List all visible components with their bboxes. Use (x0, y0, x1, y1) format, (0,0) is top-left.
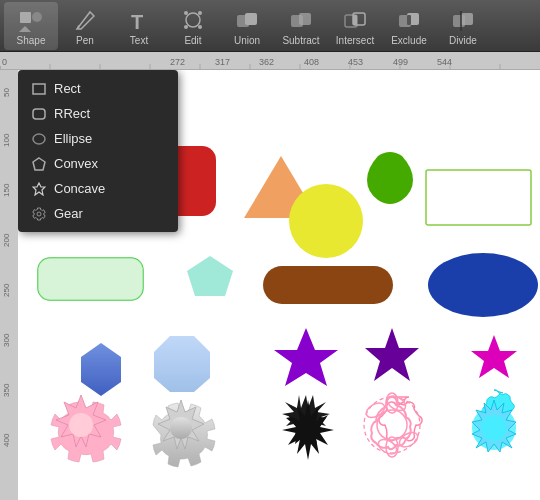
svg-marker-68 (274, 328, 338, 386)
svg-rect-0 (20, 12, 31, 23)
svg-marker-54 (33, 158, 45, 170)
svg-text:200: 200 (2, 233, 11, 247)
dropdown-item-rect[interactable]: Rect (18, 76, 178, 101)
svg-rect-60 (426, 170, 531, 225)
main-canvas: Rect RRect Ellipse (18, 70, 540, 500)
svg-point-6 (198, 11, 202, 15)
subtract-icon (287, 6, 315, 34)
svg-text:362: 362 (259, 57, 274, 67)
svg-rect-64 (263, 266, 393, 304)
svg-point-76 (170, 417, 192, 439)
svg-point-7 (184, 25, 188, 29)
ellipse-label: Ellipse (54, 131, 92, 146)
svg-text:317: 317 (215, 57, 230, 67)
svg-marker-69 (365, 328, 419, 381)
rect-shape-icon (32, 82, 46, 96)
tool-shape[interactable]: Shape (4, 2, 58, 50)
edit-icon (179, 6, 207, 34)
svg-point-4 (186, 13, 200, 27)
tool-divide[interactable]: Divide (436, 2, 490, 50)
svg-text:150: 150 (2, 183, 11, 197)
svg-marker-67 (154, 336, 210, 392)
pen-icon (71, 6, 99, 34)
svg-text:499: 499 (393, 57, 408, 67)
tool-subtract[interactable]: Subtract (274, 2, 328, 50)
tool-intersect[interactable]: Intersect (328, 2, 382, 50)
shape-icon (17, 6, 45, 34)
rect-label: Rect (54, 81, 81, 96)
svg-text:100: 100 (2, 133, 11, 147)
svg-text:300: 300 (2, 333, 11, 347)
svg-rect-12 (299, 13, 311, 25)
tool-pen[interactable]: Pen (58, 2, 112, 50)
svg-point-79 (397, 429, 420, 449)
svg-text:T: T (131, 11, 143, 33)
svg-marker-70 (471, 335, 517, 378)
gear-shape-icon (32, 207, 46, 221)
divide-label: Divide (449, 35, 477, 46)
left-ruler: 50 100 150 200 250 300 350 400 (0, 70, 18, 500)
pen-label: Pen (76, 35, 94, 46)
svg-rect-62 (38, 258, 143, 300)
exclude-label: Exclude (391, 35, 427, 46)
dropdown-item-convex[interactable]: Convex (18, 151, 178, 176)
svg-point-59 (289, 184, 363, 258)
svg-text:272: 272 (170, 57, 185, 67)
rrect-label: RRect (54, 106, 90, 121)
svg-marker-2 (19, 26, 31, 32)
shape-dropdown: Rect RRect Ellipse (18, 70, 178, 232)
svg-text:408: 408 (304, 57, 319, 67)
convex-label: Convex (54, 156, 98, 171)
tool-exclude[interactable]: Exclude (382, 2, 436, 50)
union-label: Union (234, 35, 260, 46)
shape-label: Shape (17, 35, 46, 46)
svg-text:0: 0 (2, 57, 7, 67)
svg-rect-10 (245, 13, 257, 25)
svg-text:250: 250 (2, 283, 11, 297)
intersect-label: Intersect (336, 35, 374, 46)
dropdown-item-concave[interactable]: Concave (18, 176, 178, 201)
text-label: Text (130, 35, 148, 46)
edit-label: Edit (184, 35, 201, 46)
tool-text[interactable]: T Text (112, 2, 166, 50)
subtract-label: Subtract (282, 35, 319, 46)
svg-point-84 (481, 415, 507, 441)
tool-union[interactable]: Union (220, 2, 274, 50)
top-ruler: 0 272 317 362 408 453 499 544 (0, 52, 540, 70)
svg-text:50: 50 (2, 88, 11, 97)
svg-rect-52 (33, 109, 45, 119)
svg-marker-55 (33, 183, 45, 195)
svg-marker-63 (187, 256, 233, 296)
svg-text:453: 453 (348, 57, 363, 67)
svg-text:400: 400 (2, 433, 11, 447)
canvas-area: 50 100 150 200 250 300 350 400 Rect (0, 70, 540, 500)
dropdown-item-ellipse[interactable]: Ellipse (18, 126, 178, 151)
union-icon (233, 6, 261, 34)
tool-edit[interactable]: Edit (166, 2, 220, 50)
svg-rect-18 (407, 15, 411, 25)
svg-point-53 (33, 134, 45, 144)
convex-shape-icon (32, 157, 46, 171)
svg-point-82 (364, 400, 387, 420)
svg-point-1 (32, 12, 42, 22)
concave-label: Concave (54, 181, 105, 196)
svg-text:350: 350 (2, 383, 11, 397)
rrect-shape-icon (32, 107, 46, 121)
svg-point-65 (428, 253, 538, 317)
svg-point-5 (184, 11, 188, 15)
svg-marker-66 (81, 343, 121, 396)
toolbar: Shape Pen T Text E (0, 0, 540, 52)
svg-rect-20 (461, 13, 473, 25)
dropdown-item-gear[interactable]: Gear (18, 201, 178, 226)
svg-point-75 (69, 413, 93, 437)
ellipse-shape-icon (32, 132, 46, 146)
text-icon: T (125, 6, 153, 34)
svg-rect-15 (353, 15, 357, 25)
svg-rect-51 (33, 84, 45, 94)
dropdown-item-rrect[interactable]: RRect (18, 101, 178, 126)
svg-point-8 (198, 25, 202, 29)
gear-label: Gear (54, 206, 83, 221)
exclude-icon (395, 6, 423, 34)
divide-icon (449, 6, 477, 34)
intersect-icon (341, 6, 369, 34)
